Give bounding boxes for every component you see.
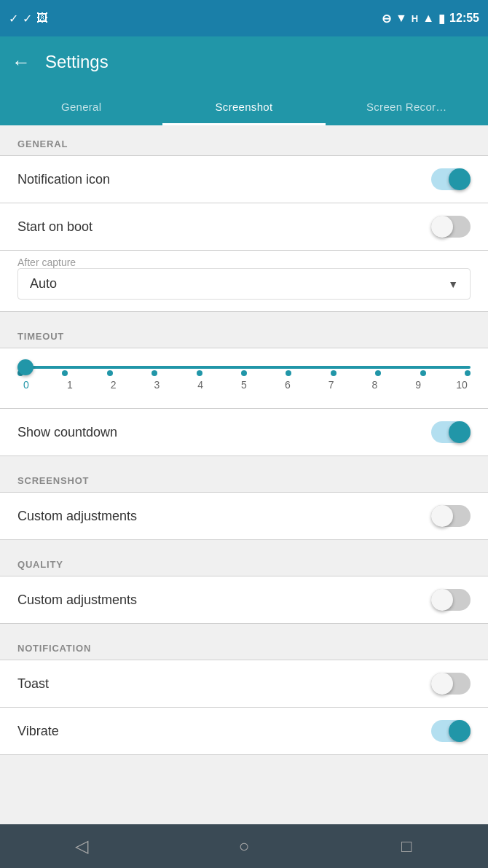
start-on-boot-label: Start on boot [17, 219, 93, 235]
toast-toggle-thumb [431, 673, 453, 695]
vibrate-label: Vibrate [17, 724, 59, 739]
toast-row: Toast [0, 660, 488, 707]
back-nav-icon[interactable]: ◁ [67, 832, 96, 861]
slider-dot-1 [62, 370, 68, 376]
back-button[interactable]: ← [12, 51, 31, 74]
notification-icon-row: Notification icon [0, 156, 488, 203]
show-countdown-toggle[interactable] [431, 421, 471, 443]
notification-icon-toggle[interactable] [431, 168, 471, 190]
divider-vibrate [0, 754, 488, 755]
start-on-boot-toggle[interactable] [431, 216, 471, 238]
slider-label-3: 3 [148, 379, 165, 391]
content-area: GENERAL Notification icon Start on boot … [0, 125, 488, 824]
separator-2 [0, 456, 488, 462]
quality-custom-row: Custom adjustments [0, 576, 488, 623]
wifi-icon: ▼ [395, 12, 407, 25]
chevron-down-icon: ▼ [448, 278, 458, 290]
slider-label-6: 6 [279, 379, 296, 391]
slider-dot-3 [151, 370, 157, 376]
notification-icon-label: Notification icon [17, 172, 110, 187]
quality-custom-label: Custom adjustments [17, 593, 137, 608]
slider-dot-4 [197, 370, 202, 376]
show-countdown-row: Show countdown [0, 409, 488, 455]
notification-icon-toggle-thumb [449, 168, 471, 190]
image-icon: 🖼 [36, 12, 48, 25]
general-section-header: GENERAL [0, 125, 488, 155]
slider-dot-5 [241, 370, 247, 376]
home-nav-icon[interactable]: ○ [229, 832, 259, 861]
screenshot-custom-toggle-thumb [431, 505, 453, 527]
tab-screenshot[interactable]: Screenshot [162, 87, 325, 125]
after-capture-dropdown[interactable]: Auto ▼ [17, 268, 471, 300]
time-display: 12:55 [449, 12, 479, 25]
minus-circle-icon: ⊖ [382, 12, 391, 26]
slider-label-2: 2 [105, 379, 122, 391]
tab-general[interactable]: General [0, 87, 162, 125]
toast-toggle[interactable] [431, 673, 471, 695]
screenshot-custom-label: Custom adjustments [17, 509, 137, 524]
status-bar-right: ⊖ ▼ H ▲ ▮ 12:55 [382, 12, 479, 26]
slider-dot-6 [286, 370, 291, 376]
tab-bar: General Screenshot Screen Recor… [0, 87, 488, 125]
notification-section-header: NOTIFICATION [0, 630, 488, 660]
quality-custom-toggle[interactable] [431, 589, 471, 611]
show-countdown-toggle-thumb [449, 421, 471, 443]
slider-dot-9 [420, 370, 426, 376]
separator-1 [0, 312, 488, 318]
recents-nav-icon[interactable]: □ [392, 832, 421, 861]
slider-thumb[interactable] [17, 359, 34, 375]
screenshot-section-header: SCREENSHOT [0, 462, 488, 492]
slider-dot-7 [331, 370, 337, 376]
vibrate-toggle[interactable] [431, 720, 471, 742]
slider-track [17, 366, 471, 369]
start-on-boot-row: Start on boot [0, 203, 488, 250]
separator-3 [0, 540, 488, 546]
slider-label-5: 5 [235, 379, 253, 391]
tab-screen-record[interactable]: Screen Recor… [326, 87, 488, 125]
slider-labels: 0 1 2 3 4 5 6 7 8 9 10 [17, 379, 471, 391]
slider-container[interactable]: 0 1 2 3 4 5 6 7 8 9 10 [17, 366, 471, 391]
battery-icon: ▮ [438, 12, 445, 26]
slider-label-10: 10 [453, 379, 471, 391]
vibrate-toggle-thumb [449, 720, 471, 742]
slider-label-9: 9 [409, 379, 427, 391]
after-capture-value: Auto [30, 276, 57, 292]
slider-label-0: 0 [17, 379, 35, 391]
after-capture-dropdown-row: Auto ▼ [0, 268, 488, 311]
slider-section: 0 1 2 3 4 5 6 7 8 9 10 [0, 348, 488, 408]
signal-icon: ▲ [422, 12, 434, 25]
slider-dots [17, 370, 471, 376]
quality-custom-toggle-thumb [431, 589, 453, 611]
show-countdown-label: Show countdown [17, 425, 117, 440]
separator-4 [0, 624, 488, 630]
slider-dot-8 [375, 370, 381, 376]
vibrate-row: Vibrate [0, 708, 488, 754]
after-capture-sublabel: After capture [0, 251, 488, 268]
action-bar: ← Settings [0, 36, 488, 87]
status-bar-left: ✓ ✓ 🖼 [9, 12, 48, 26]
quality-section-header: QUALITY [0, 546, 488, 576]
timeout-section-header: TIMEOUT [0, 318, 488, 348]
toast-label: Toast [17, 676, 49, 692]
page-title: Settings [45, 52, 109, 72]
screenshot-custom-toggle[interactable] [431, 505, 471, 527]
check-icon-2: ✓ [23, 12, 32, 26]
slider-label-4: 4 [192, 379, 209, 391]
slider-dot-2 [107, 370, 113, 376]
h-icon: H [412, 13, 418, 24]
start-on-boot-toggle-thumb [431, 216, 453, 238]
slider-dot-10 [465, 370, 471, 376]
bottom-nav: ◁ ○ □ [0, 824, 488, 868]
check-icon-1: ✓ [9, 12, 18, 26]
screenshot-custom-row: Custom adjustments [0, 493, 488, 539]
slider-label-7: 7 [323, 379, 340, 391]
status-bar: ✓ ✓ 🖼 ⊖ ▼ H ▲ ▮ 12:55 [0, 0, 488, 36]
slider-label-1: 1 [61, 379, 79, 391]
slider-label-8: 8 [366, 379, 383, 391]
